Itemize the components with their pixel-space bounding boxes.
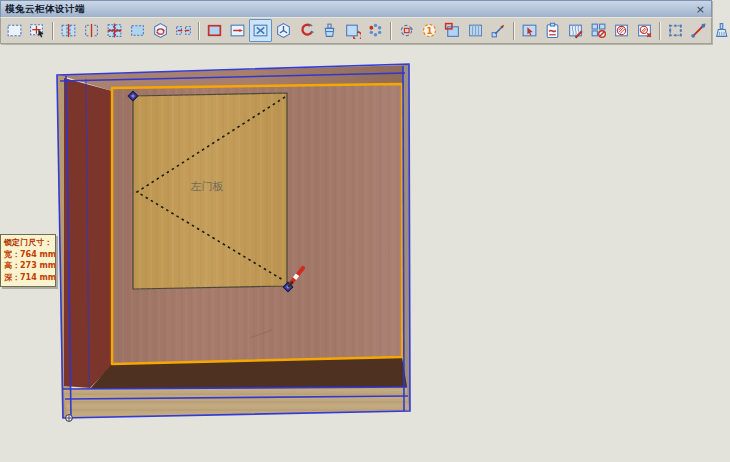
cut-dimension-icon[interactable] xyxy=(687,19,710,42)
toolbar-separator xyxy=(198,22,200,40)
dot-ring-icon[interactable] xyxy=(364,19,387,42)
divide-vertical-icon[interactable] xyxy=(57,19,80,42)
close-gap-icon[interactable] xyxy=(249,19,272,42)
hatch-fill-icon[interactable] xyxy=(610,19,633,42)
tooltip-width: 宽：764 mm xyxy=(4,249,53,261)
rotate-component-icon[interactable] xyxy=(395,19,418,42)
plugin-palette: 模兔云柜体设计端 × xyxy=(0,0,712,44)
pick-board-icon[interactable] xyxy=(518,19,541,42)
toolbar-separator xyxy=(513,22,515,40)
toolbar: 1 xyxy=(0,17,712,44)
count-one-icon[interactable]: 1 xyxy=(418,19,441,42)
cabinet-model[interactable]: 左门板 xyxy=(57,64,410,421)
board-merge-icon[interactable] xyxy=(172,19,195,42)
close-icon[interactable]: × xyxy=(694,4,707,15)
grid-disable-icon[interactable] xyxy=(587,19,610,42)
board-fill-icon[interactable] xyxy=(126,19,149,42)
board-edit-icon[interactable] xyxy=(26,19,49,42)
board-new-icon[interactable] xyxy=(3,19,26,42)
toolbar-separator xyxy=(52,22,54,40)
board-swap-icon[interactable] xyxy=(149,19,172,42)
svg-text:1: 1 xyxy=(427,26,433,36)
toolbar-separator xyxy=(659,22,661,40)
frame-board-icon[interactable] xyxy=(203,19,226,42)
insert-arrow-icon[interactable] xyxy=(226,19,249,42)
sweep-clean-icon[interactable] xyxy=(710,19,730,42)
tooltip-depth: 深：714 mm xyxy=(4,272,53,284)
component-refresh-icon[interactable] xyxy=(341,19,364,42)
tooltip-height: 高：273 mm xyxy=(4,260,53,272)
door-panel-label: 左门板 xyxy=(191,180,224,193)
magnet-icon[interactable] xyxy=(295,19,318,42)
toolbar-separator xyxy=(390,22,392,40)
viewport-canvas[interactable]: 左门板 xyxy=(0,0,730,462)
window-titlebar[interactable]: 模兔云柜体设计端 × xyxy=(0,0,712,17)
grain-edit-icon[interactable] xyxy=(564,19,587,42)
corner-board-icon[interactable] xyxy=(441,19,464,42)
corner-origin-marker[interactable] xyxy=(66,415,73,422)
tooltip-title: 锁定门尺寸： xyxy=(4,237,53,249)
paint-brush-icon[interactable] xyxy=(318,19,341,42)
window-title: 模兔云柜体设计端 xyxy=(5,3,85,16)
order-clipboard-icon[interactable] xyxy=(541,19,564,42)
stripe-panel-icon[interactable] xyxy=(464,19,487,42)
axes-hexagon-icon[interactable] xyxy=(272,19,295,42)
hatch-remove-icon[interactable] xyxy=(633,19,656,42)
stretch-arrow-icon[interactable] xyxy=(487,19,510,42)
dimension-tooltip: 锁定门尺寸： 宽：764 mm 高：273 mm 深：714 mm xyxy=(0,234,56,287)
bounding-box-icon[interactable] xyxy=(664,19,687,42)
divide-flip-icon[interactable] xyxy=(80,19,103,42)
divide-grid-icon[interactable] xyxy=(103,19,126,42)
door-panel[interactable]: 左门板 xyxy=(133,93,287,289)
